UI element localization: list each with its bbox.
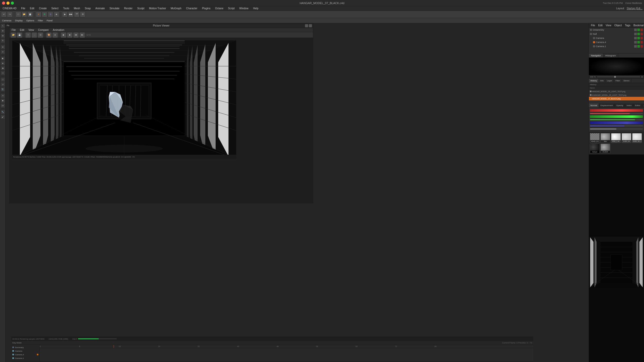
mode-filter[interactable]: Filter xyxy=(37,19,44,22)
pv-prev-btn[interactable]: ⏮ xyxy=(73,32,79,38)
tool-pointer[interactable]: ↖ xyxy=(1,24,5,28)
tool-sculpt[interactable]: 🔧 xyxy=(1,110,5,114)
channel-green-slider[interactable] xyxy=(590,118,643,121)
menu-help[interactable]: Help xyxy=(252,7,259,10)
tl-camera4[interactable]: Camera.4 xyxy=(12,353,39,356)
render-picture-viewer-btn[interactable]: 🎬 xyxy=(74,12,80,17)
menu-window[interactable]: Window xyxy=(238,7,250,10)
menu-snap[interactable]: Snap xyxy=(84,7,92,10)
channel-red-slider[interactable] xyxy=(590,112,643,115)
menu-mesh[interactable]: Mesh xyxy=(73,7,81,10)
channel-tab-index[interactable]: Index xyxy=(625,104,633,107)
layout-value[interactable]: Startup (Edi... xyxy=(627,7,642,10)
mat-skin[interactable]: Skin xyxy=(600,133,610,143)
history-row-2[interactable]: HANGAR_MODEL_07_BLACK.png xyxy=(589,97,644,100)
tab-histogram[interactable]: Histogram xyxy=(603,54,618,57)
menu-create[interactable]: Create xyxy=(38,7,48,10)
channel-tab-assign[interactable]: Assign xyxy=(642,104,644,107)
tool-generator[interactable]: ◻ xyxy=(1,77,5,82)
tab-layer[interactable]: Layer xyxy=(605,79,614,83)
tool-scale[interactable]: ⊞ xyxy=(1,33,5,38)
pv-menu-animation[interactable]: Animation xyxy=(52,29,65,31)
tab-stereo[interactable]: Stereo xyxy=(622,79,631,83)
channel-blue-slider[interactable] xyxy=(590,125,643,127)
save-btn[interactable]: 💾 xyxy=(27,12,33,17)
channel-tab-opacity[interactable]: Opacity xyxy=(615,104,625,107)
menu-sculpt[interactable]: Sculpt xyxy=(136,7,146,10)
mat-png-1k[interactable]: PNG_1.4K xyxy=(611,133,621,143)
menu-simulate[interactable]: Simulate xyxy=(108,7,121,10)
mat-grad-gs[interactable]: GRAD_GS xyxy=(590,133,600,143)
obj-menu-view[interactable]: View xyxy=(605,24,612,27)
channel-alpha-slider[interactable] xyxy=(590,128,643,130)
tree-item-camera1[interactable]: Camera.1 xyxy=(589,44,644,48)
tab-filter[interactable]: Filter xyxy=(614,79,622,83)
close-button[interactable] xyxy=(2,2,5,5)
tool-tag[interactable]: 🏷 xyxy=(1,103,5,108)
menu-edit[interactable]: Edit xyxy=(29,7,35,10)
menu-character[interactable]: Character xyxy=(185,7,198,10)
obj-menu-bookmarks[interactable]: Bookmarks xyxy=(632,24,644,27)
mode-options[interactable]: Options xyxy=(25,19,35,22)
scale-btn[interactable]: S xyxy=(48,12,53,17)
obj-menu-edit[interactable]: Edit xyxy=(597,24,604,27)
render-settings-btn[interactable]: ⚙ xyxy=(80,12,86,17)
pv-open-btn[interactable]: 📂 xyxy=(11,32,16,38)
pv-zoom-out-btn[interactable]: - xyxy=(31,32,37,38)
menu-cinema4d[interactable]: CINEMA 4D xyxy=(2,7,18,10)
maximize-button[interactable] xyxy=(11,2,14,5)
tool-poly-mode[interactable]: ▣ xyxy=(1,56,5,61)
mat-default[interactable]: Default xyxy=(590,144,600,153)
pv-stop-btn[interactable]: ■ xyxy=(67,32,73,38)
tl-camera1[interactable]: Camera.1 xyxy=(12,356,39,360)
pv-expand-btn[interactable] xyxy=(305,24,308,27)
tl-camera[interactable]: Camera xyxy=(12,349,39,353)
tool-light[interactable]: ☀ xyxy=(1,93,5,98)
obj-menu-tags[interactable]: Tags xyxy=(624,24,631,27)
menu-motion-tracker[interactable]: Motion Tracker xyxy=(148,7,167,10)
tool-camera[interactable]: 📷 xyxy=(1,87,5,92)
pv-alpha-btn[interactable]: A xyxy=(52,32,58,38)
menu-tools[interactable]: Tools xyxy=(62,7,70,10)
nav-zoom-slider[interactable] xyxy=(597,76,640,77)
menu-script[interactable]: Script xyxy=(227,7,236,10)
channel-tab-normal[interactable]: Normal xyxy=(589,104,599,107)
obj-menu-object[interactable]: Object xyxy=(613,24,623,27)
mat-subs3d2[interactable]: SUBS_3D_2 xyxy=(632,133,642,143)
tool-paint[interactable]: 🖌 xyxy=(1,115,5,119)
history-row-1[interactable]: #HANGAR_MODEL_05_LIGHT_TEST.png xyxy=(589,93,644,97)
mode-cameras[interactable]: Cameras xyxy=(1,19,13,22)
menu-animate[interactable]: Animate xyxy=(94,7,106,10)
channel-tab-displacement[interactable]: Displacement xyxy=(599,104,615,107)
tool-rotate[interactable]: ↻ xyxy=(1,38,5,43)
pv-menu-edit[interactable]: Edit xyxy=(19,29,25,31)
pv-fit-btn[interactable]: ⊡ xyxy=(38,32,43,38)
pv-menu-compare[interactable]: Compare xyxy=(37,29,50,31)
tool-obj-axis[interactable]: ⊛ xyxy=(1,45,5,49)
pv-next-btn[interactable]: ⏭ xyxy=(79,32,85,38)
tool-deformer[interactable]: ⊿ xyxy=(1,82,5,87)
pv-menu-file[interactable]: File xyxy=(11,29,17,31)
tab-navigator[interactable]: Navigator xyxy=(589,54,603,57)
menu-select[interactable]: Select xyxy=(50,7,60,10)
pv-play-btn[interactable]: ▶ xyxy=(61,32,66,38)
channel-tab-editor[interactable]: Editor xyxy=(633,104,642,107)
timeline-ruler[interactable]: 0 8 16 24 32 40 48 56 64 72 80 xyxy=(40,345,533,361)
mat-subs3d[interactable]: SUBS_3D xyxy=(622,133,631,143)
rotate-btn[interactable]: R xyxy=(42,12,47,17)
pv-save-btn[interactable]: 💾 xyxy=(17,32,22,38)
menu-mograph[interactable]: MoGraph xyxy=(170,7,183,10)
mat-floor[interactable]: FLOOR xyxy=(600,144,610,153)
menu-octane[interactable]: Octane xyxy=(214,7,224,10)
tool-point-mode[interactable]: ◉ xyxy=(1,66,5,71)
tool-mat[interactable]: ◆ xyxy=(1,98,5,103)
minimize-button[interactable] xyxy=(6,2,10,5)
pv-menu-view[interactable]: View xyxy=(27,29,35,31)
tool-edge-mode[interactable]: ◈ xyxy=(1,61,5,66)
open-btn[interactable]: 📂 xyxy=(21,12,27,17)
menu-render[interactable]: Render xyxy=(123,7,134,10)
undo-btn[interactable]: ↩ xyxy=(1,12,7,17)
tab-info[interactable]: Info xyxy=(599,79,605,83)
redo-btn[interactable]: ↪ xyxy=(7,12,13,17)
history-row-0[interactable]: HANGAR_MODEL_05_LIGHT_TEST.png xyxy=(589,90,644,93)
